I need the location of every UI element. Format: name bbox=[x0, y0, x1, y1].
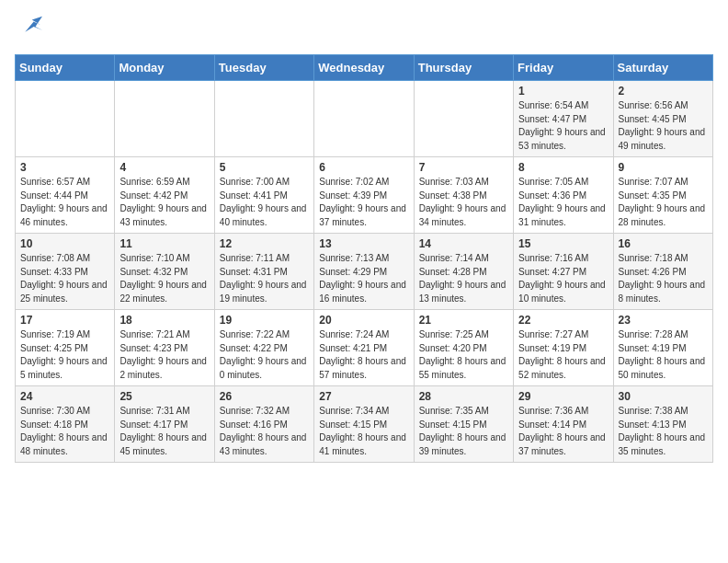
calendar-table: SundayMondayTuesdayWednesdayThursdayFrid… bbox=[15, 54, 713, 463]
calendar-cell: 30Sunrise: 7:38 AM Sunset: 4:13 PM Dayli… bbox=[613, 386, 712, 463]
svg-marker-0 bbox=[25, 17, 42, 32]
day-number: 22 bbox=[518, 314, 608, 327]
day-number: 9 bbox=[619, 161, 708, 174]
calendar-cell: 9Sunrise: 7:07 AM Sunset: 4:35 PM Daylig… bbox=[613, 157, 712, 234]
day-number: 20 bbox=[319, 314, 408, 327]
day-info: Sunrise: 7:32 AM Sunset: 4:16 PM Dayligh… bbox=[220, 405, 309, 458]
calendar-cell bbox=[414, 81, 513, 157]
day-info: Sunrise: 6:56 AM Sunset: 4:45 PM Dayligh… bbox=[619, 99, 708, 153]
day-number: 6 bbox=[319, 161, 408, 174]
day-number: 11 bbox=[119, 237, 209, 250]
day-info: Sunrise: 7:31 AM Sunset: 4:17 PM Dayligh… bbox=[119, 405, 209, 458]
day-number: 1 bbox=[518, 85, 608, 98]
day-number: 5 bbox=[220, 161, 309, 174]
day-info: Sunrise: 7:28 AM Sunset: 4:19 PM Dayligh… bbox=[619, 328, 708, 382]
day-info: Sunrise: 7:34 AM Sunset: 4:15 PM Dayligh… bbox=[319, 405, 408, 458]
day-number: 28 bbox=[419, 390, 508, 403]
day-info: Sunrise: 6:54 AM Sunset: 4:47 PM Dayligh… bbox=[518, 99, 608, 153]
calendar-cell bbox=[115, 81, 214, 157]
day-number: 3 bbox=[20, 161, 109, 174]
day-info: Sunrise: 7:35 AM Sunset: 4:15 PM Dayligh… bbox=[419, 405, 508, 458]
calendar-cell: 17Sunrise: 7:19 AM Sunset: 4:25 PM Dayli… bbox=[16, 310, 115, 386]
calendar-cell: 29Sunrise: 7:36 AM Sunset: 4:14 PM Dayli… bbox=[514, 386, 613, 463]
day-info: Sunrise: 7:00 AM Sunset: 4:41 PM Dayligh… bbox=[220, 176, 309, 229]
day-number: 4 bbox=[119, 161, 209, 174]
day-number: 25 bbox=[119, 390, 209, 403]
day-info: Sunrise: 7:14 AM Sunset: 4:28 PM Dayligh… bbox=[419, 252, 508, 305]
day-number: 14 bbox=[419, 237, 508, 250]
day-info: Sunrise: 7:08 AM Sunset: 4:33 PM Dayligh… bbox=[20, 252, 109, 305]
day-info: Sunrise: 7:07 AM Sunset: 4:35 PM Dayligh… bbox=[619, 176, 708, 229]
calendar-cell: 25Sunrise: 7:31 AM Sunset: 4:17 PM Dayli… bbox=[115, 386, 214, 463]
day-number: 7 bbox=[419, 161, 508, 174]
calendar-cell: 6Sunrise: 7:02 AM Sunset: 4:39 PM Daylig… bbox=[314, 157, 414, 234]
calendar-cell bbox=[16, 81, 115, 157]
day-info: Sunrise: 7:02 AM Sunset: 4:39 PM Dayligh… bbox=[319, 176, 408, 229]
day-number: 24 bbox=[20, 390, 109, 403]
day-info: Sunrise: 7:25 AM Sunset: 4:20 PM Dayligh… bbox=[419, 328, 508, 382]
calendar-cell: 5Sunrise: 7:00 AM Sunset: 4:41 PM Daylig… bbox=[214, 157, 313, 234]
day-info: Sunrise: 7:16 AM Sunset: 4:27 PM Dayligh… bbox=[518, 252, 608, 305]
weekday-header: Monday bbox=[115, 55, 214, 81]
weekday-header: Saturday bbox=[613, 55, 712, 81]
calendar-cell: 3Sunrise: 6:57 AM Sunset: 4:44 PM Daylig… bbox=[16, 157, 115, 234]
calendar-cell: 20Sunrise: 7:24 AM Sunset: 4:21 PM Dayli… bbox=[314, 310, 414, 386]
calendar-cell: 7Sunrise: 7:03 AM Sunset: 4:38 PM Daylig… bbox=[414, 157, 513, 234]
day-info: Sunrise: 7:13 AM Sunset: 4:29 PM Dayligh… bbox=[319, 252, 408, 305]
day-info: Sunrise: 6:59 AM Sunset: 4:42 PM Dayligh… bbox=[119, 176, 209, 229]
day-info: Sunrise: 7:03 AM Sunset: 4:38 PM Dayligh… bbox=[419, 176, 508, 229]
calendar-cell: 24Sunrise: 7:30 AM Sunset: 4:18 PM Dayli… bbox=[16, 386, 115, 463]
day-number: 10 bbox=[20, 237, 109, 250]
calendar-cell: 4Sunrise: 6:59 AM Sunset: 4:42 PM Daylig… bbox=[115, 157, 214, 234]
day-info: Sunrise: 7:38 AM Sunset: 4:13 PM Dayligh… bbox=[619, 405, 708, 458]
weekday-header: Tuesday bbox=[214, 55, 313, 81]
logo bbox=[15, 15, 42, 45]
day-number: 23 bbox=[619, 314, 708, 327]
day-info: Sunrise: 7:24 AM Sunset: 4:21 PM Dayligh… bbox=[319, 328, 408, 382]
day-number: 27 bbox=[319, 390, 408, 403]
day-info: Sunrise: 7:10 AM Sunset: 4:32 PM Dayligh… bbox=[119, 252, 209, 305]
calendar-cell: 21Sunrise: 7:25 AM Sunset: 4:20 PM Dayli… bbox=[414, 310, 513, 386]
day-number: 18 bbox=[119, 314, 209, 327]
calendar-cell: 12Sunrise: 7:11 AM Sunset: 4:31 PM Dayli… bbox=[214, 234, 313, 310]
calendar-cell: 2Sunrise: 6:56 AM Sunset: 4:45 PM Daylig… bbox=[613, 81, 712, 157]
day-number: 16 bbox=[619, 237, 708, 250]
weekday-header: Thursday bbox=[414, 55, 513, 81]
day-number: 8 bbox=[518, 161, 608, 174]
weekday-header: Friday bbox=[514, 55, 613, 81]
calendar-cell: 23Sunrise: 7:28 AM Sunset: 4:19 PM Dayli… bbox=[613, 310, 712, 386]
calendar-cell: 28Sunrise: 7:35 AM Sunset: 4:15 PM Dayli… bbox=[414, 386, 513, 463]
day-number: 17 bbox=[20, 314, 109, 327]
calendar-cell bbox=[314, 81, 414, 157]
day-number: 2 bbox=[619, 85, 708, 98]
day-number: 21 bbox=[419, 314, 508, 327]
calendar-cell: 8Sunrise: 7:05 AM Sunset: 4:36 PM Daylig… bbox=[514, 157, 613, 234]
calendar-cell: 14Sunrise: 7:14 AM Sunset: 4:28 PM Dayli… bbox=[414, 234, 513, 310]
logo-bird-icon bbox=[17, 15, 42, 40]
day-number: 26 bbox=[220, 390, 309, 403]
day-info: Sunrise: 7:30 AM Sunset: 4:18 PM Dayligh… bbox=[20, 405, 109, 458]
calendar-cell: 15Sunrise: 7:16 AM Sunset: 4:27 PM Dayli… bbox=[514, 234, 613, 310]
day-info: Sunrise: 7:21 AM Sunset: 4:23 PM Dayligh… bbox=[119, 328, 209, 382]
day-number: 19 bbox=[220, 314, 309, 327]
calendar-cell: 10Sunrise: 7:08 AM Sunset: 4:33 PM Dayli… bbox=[16, 234, 115, 310]
calendar-cell bbox=[214, 81, 313, 157]
day-info: Sunrise: 7:22 AM Sunset: 4:22 PM Dayligh… bbox=[220, 328, 309, 382]
day-number: 30 bbox=[619, 390, 708, 403]
day-info: Sunrise: 7:36 AM Sunset: 4:14 PM Dayligh… bbox=[518, 405, 608, 458]
calendar-cell: 1Sunrise: 6:54 AM Sunset: 4:47 PM Daylig… bbox=[514, 81, 613, 157]
day-number: 29 bbox=[518, 390, 608, 403]
calendar-cell: 22Sunrise: 7:27 AM Sunset: 4:19 PM Dayli… bbox=[514, 310, 613, 386]
calendar-cell: 18Sunrise: 7:21 AM Sunset: 4:23 PM Dayli… bbox=[115, 310, 214, 386]
day-number: 15 bbox=[518, 237, 608, 250]
calendar-cell: 26Sunrise: 7:32 AM Sunset: 4:16 PM Dayli… bbox=[214, 386, 313, 463]
weekday-header: Sunday bbox=[16, 55, 115, 81]
day-info: Sunrise: 6:57 AM Sunset: 4:44 PM Dayligh… bbox=[20, 176, 109, 229]
calendar-cell: 19Sunrise: 7:22 AM Sunset: 4:22 PM Dayli… bbox=[214, 310, 313, 386]
day-info: Sunrise: 7:05 AM Sunset: 4:36 PM Dayligh… bbox=[518, 176, 608, 229]
day-info: Sunrise: 7:27 AM Sunset: 4:19 PM Dayligh… bbox=[518, 328, 608, 382]
header bbox=[15, 15, 713, 45]
calendar-cell: 13Sunrise: 7:13 AM Sunset: 4:29 PM Dayli… bbox=[314, 234, 414, 310]
day-info: Sunrise: 7:18 AM Sunset: 4:26 PM Dayligh… bbox=[619, 252, 708, 305]
weekday-header: Wednesday bbox=[314, 55, 414, 81]
